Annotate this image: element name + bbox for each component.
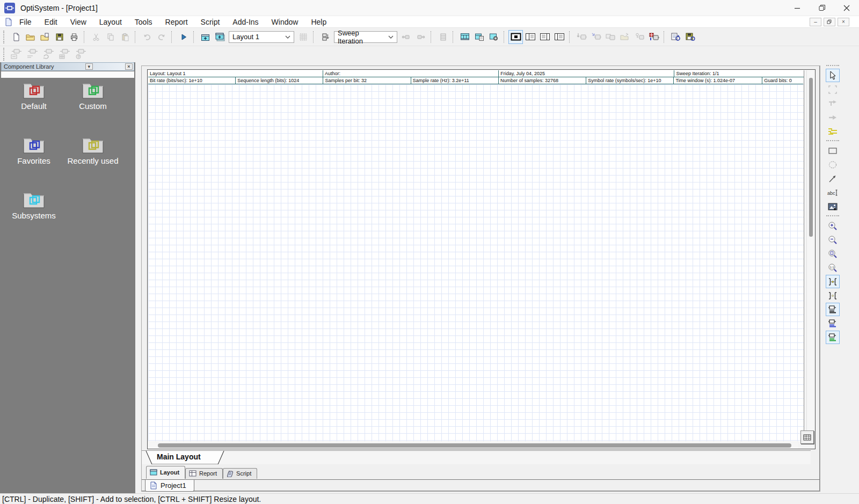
view-split-button[interactable]	[523, 30, 537, 44]
close-button[interactable]	[834, 0, 859, 16]
zoom-one-to-one-button[interactable]: 1:1	[826, 261, 840, 274]
toolbar-grip[interactable]	[3, 48, 6, 61]
tab-script[interactable]: Script	[223, 468, 257, 479]
component-add-button[interactable]	[588, 30, 603, 44]
component-grid-red-button[interactable]	[646, 30, 661, 44]
zoom-page-button[interactable]	[826, 247, 840, 260]
horizontal-scrollbar[interactable]	[148, 442, 798, 449]
component-help-button[interactable]: ?	[73, 47, 89, 61]
component-copy-button[interactable]	[603, 30, 617, 44]
tab-report[interactable]: Report	[185, 468, 223, 479]
new-layout-button[interactable]	[198, 30, 213, 44]
draw-text-tool-button[interactable]: abc	[826, 186, 840, 199]
report-table-button[interactable]	[435, 30, 450, 44]
mdi-minimize-button[interactable]: –	[810, 18, 821, 26]
menu-report[interactable]: Report	[159, 16, 194, 28]
library-folder-custom[interactable]: Custom	[63, 80, 122, 135]
layout-options-button[interactable]	[296, 30, 310, 44]
paste-button[interactable]	[118, 30, 132, 44]
select-sweep-tool-button[interactable]	[826, 97, 840, 110]
draw-ellipse-tool-button[interactable]	[826, 158, 840, 171]
library-folder-recently-used[interactable]: Recently used	[63, 135, 122, 189]
library-folder-subsystems[interactable]: Subsystems	[4, 189, 63, 244]
auto-wire-tool-button[interactable]	[826, 125, 840, 138]
library-folder-default[interactable]: Default	[4, 80, 63, 135]
tab-project1[interactable]: Project1	[145, 480, 194, 492]
print-button[interactable]	[67, 30, 81, 44]
new-button[interactable]	[9, 30, 23, 44]
line-arrow-icon	[827, 173, 838, 184]
calculate-layout-button[interactable]	[457, 30, 472, 44]
mdi-close-button[interactable]: ×	[838, 18, 849, 26]
zoom-out-button[interactable]	[826, 233, 840, 246]
component-refresh-button[interactable]	[41, 47, 57, 61]
connect-components-on-button[interactable]	[826, 275, 840, 288]
sweep-mode-button[interactable]	[318, 30, 332, 44]
duplicate-layout-button[interactable]	[213, 30, 227, 44]
insert-image-tool-button[interactable]	[826, 200, 840, 213]
layout-select[interactable]: Layout 1	[229, 31, 294, 43]
vertical-scrollbar[interactable]	[806, 70, 814, 441]
draw-line-tool-button[interactable]	[826, 172, 840, 185]
generate-report-button[interactable]	[668, 30, 683, 44]
tab-layout[interactable]: Layout	[146, 466, 185, 479]
minimize-button[interactable]	[785, 0, 810, 16]
menu-edit[interactable]: Edit	[38, 16, 64, 28]
component-lines-button[interactable]	[25, 47, 41, 61]
component-library-titlebar[interactable]: Component Library ▾ ×	[1, 62, 134, 71]
select-items-tool-button[interactable]	[826, 83, 840, 96]
save-button[interactable]	[52, 30, 67, 44]
connect-components-off-button[interactable]	[826, 289, 840, 302]
menu-view[interactable]: View	[64, 16, 93, 28]
view-layout-only-button[interactable]	[508, 30, 523, 44]
project-document-icon	[4, 18, 13, 26]
global-parameters-button[interactable]	[486, 30, 501, 44]
cut-button[interactable]	[89, 30, 103, 44]
redo-button[interactable]	[154, 30, 169, 44]
draw-rectangle-tool-button[interactable]	[826, 144, 840, 157]
layout-table-button[interactable]	[800, 430, 814, 444]
toolbar-grip[interactable]	[826, 65, 839, 67]
undo-button[interactable]	[140, 30, 154, 44]
calculate-run-button[interactable]	[176, 30, 191, 44]
menu-script[interactable]: Script	[194, 16, 227, 28]
component-open-button[interactable]	[617, 30, 632, 44]
align-components-button[interactable]	[826, 303, 840, 316]
layout-canvas[interactable]: Layout: Layout 1 Author: Friday, July 04…	[148, 70, 804, 441]
view-report-right-button[interactable]	[552, 30, 566, 44]
component-key-button[interactable]	[632, 30, 646, 44]
copy-button[interactable]	[103, 30, 118, 44]
component-grid-button[interactable]	[57, 47, 73, 61]
import-project-button[interactable]	[38, 30, 52, 44]
next-sweep-button[interactable]	[413, 30, 428, 44]
previous-sweep-button[interactable]	[399, 30, 413, 44]
menu-tools[interactable]: Tools	[128, 16, 159, 28]
menu-help[interactable]: Help	[304, 16, 333, 28]
t-arrow-icon	[827, 98, 838, 109]
component-download-button[interactable]	[574, 30, 588, 44]
menu-window[interactable]: Window	[265, 16, 305, 28]
panel-close-button[interactable]: ×	[125, 63, 133, 70]
layout-properties-button[interactable]	[472, 30, 486, 44]
align-components-blue-button[interactable]	[826, 317, 840, 330]
align-components-green-button[interactable]	[826, 331, 840, 344]
arrow-tool-button[interactable]	[826, 111, 840, 124]
zoom-in-button[interactable]	[826, 219, 840, 232]
restore-button[interactable]	[810, 0, 834, 16]
library-folder-favorites[interactable]: Favorites	[4, 135, 63, 189]
menu-layout[interactable]: Layout	[93, 16, 128, 28]
menu-addins[interactable]: Add-Ins	[226, 16, 265, 28]
sweep-iteration-select[interactable]: Sweep Iteration	[334, 31, 397, 43]
open-button[interactable]	[23, 30, 38, 44]
component-properties-button[interactable]	[9, 47, 25, 61]
mdi-restore-button[interactable]	[824, 18, 835, 26]
save-calculation-results-button[interactable]	[683, 30, 697, 44]
toolbar-grip[interactable]	[3, 31, 6, 43]
select-tool-button[interactable]	[826, 69, 840, 82]
view-report-left-button[interactable]	[537, 30, 552, 44]
horizontal-scrollbar-thumb[interactable]	[158, 443, 791, 448]
main-layout-tab[interactable]: Main Layout	[145, 451, 225, 464]
menu-file[interactable]: File	[13, 16, 38, 28]
vertical-scrollbar-thumb[interactable]	[809, 78, 813, 237]
panel-pin-button[interactable]: ▾	[85, 63, 93, 70]
